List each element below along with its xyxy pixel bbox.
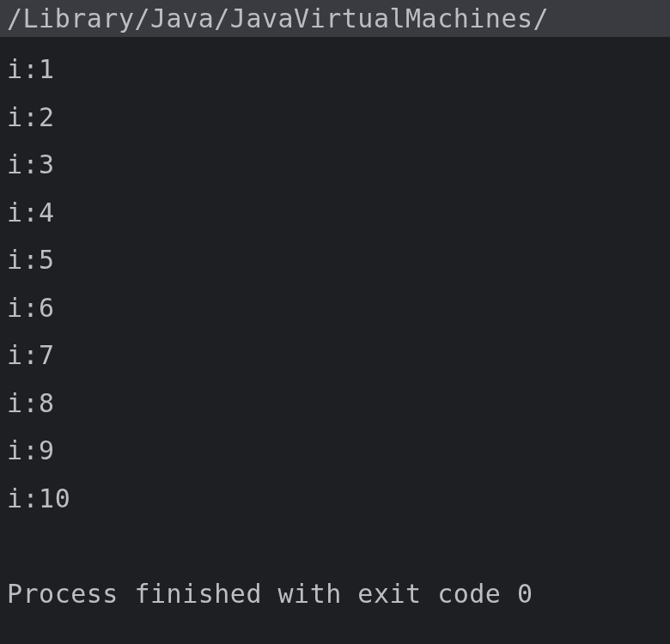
command-path-line[interactable]: /Library/Java/JavaVirtualMachines/ <box>0 0 670 37</box>
output-line: i:6 <box>7 284 663 332</box>
process-status-line: Process finished with exit code 0 <box>7 570 663 618</box>
output-line: i:4 <box>7 189 663 237</box>
output-line: i:3 <box>7 141 663 189</box>
console-output-panel: /Library/Java/JavaVirtualMachines/ i:1 i… <box>0 0 670 644</box>
output-line: i:1 <box>7 46 663 94</box>
output-line: i:2 <box>7 94 663 142</box>
blank-line <box>7 522 663 570</box>
output-line: i:5 <box>7 236 663 284</box>
output-line: i:7 <box>7 331 663 380</box>
output-line: i:9 <box>7 427 663 475</box>
output-area[interactable]: i:1 i:2 i:3 i:4 i:5 i:6 i:7 i:8 i:9 i:10… <box>0 37 670 644</box>
output-line: i:10 <box>7 475 663 523</box>
output-line: i:8 <box>7 380 663 428</box>
